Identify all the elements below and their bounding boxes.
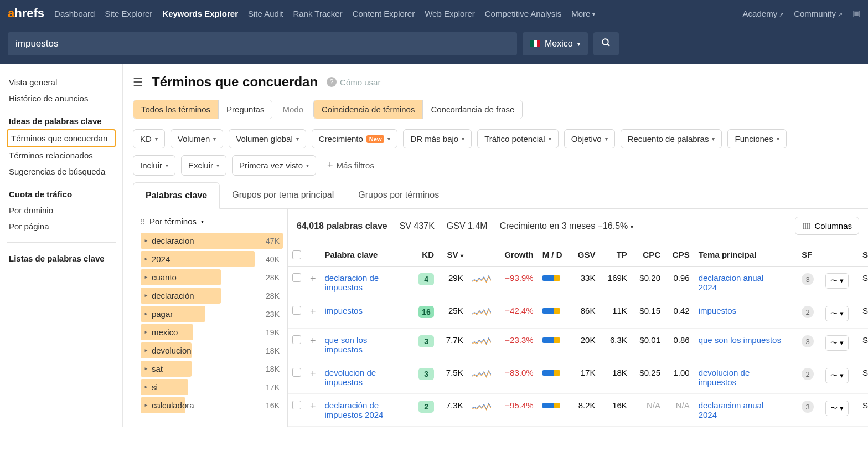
topic-link[interactable]: que son los impuestos (699, 335, 781, 345)
filter-dr[interactable]: DR más bajo (403, 129, 472, 148)
trend-button[interactable]: 〜 ▾ (825, 368, 849, 383)
filter-recuento[interactable]: Recuento de palabras (621, 129, 722, 148)
expand-icon[interactable]: + (310, 368, 316, 379)
expand-icon[interactable]: + (310, 273, 316, 284)
nav-keywords-explorer[interactable]: Keywords Explorer (162, 9, 238, 18)
col-sf[interactable]: SF (797, 243, 821, 267)
select-all-checkbox[interactable] (292, 250, 301, 259)
search-button[interactable] (593, 32, 619, 55)
trend-button[interactable]: 〜 ▾ (825, 401, 849, 416)
help-link[interactable]: ? Cómo usar (327, 77, 380, 87)
term-row[interactable]: si 17K (133, 378, 287, 396)
sidebar-terminos-concuerdan[interactable]: Términos que concuerdan (7, 129, 116, 147)
keyword-link[interactable]: declaracion de impuestos (325, 273, 397, 292)
row-checkbox[interactable] (292, 368, 301, 377)
trend-button[interactable]: 〜 ▾ (825, 306, 849, 321)
col-keyword[interactable]: Palabra clave (321, 243, 411, 267)
country-select[interactable]: Mexico ▾ (523, 32, 588, 55)
term-row[interactable]: mexico 19K (133, 323, 287, 341)
tab-keywords[interactable]: Palabras clave (133, 182, 220, 209)
term-row[interactable]: 2024 40K (133, 250, 287, 268)
term-row[interactable]: declaracion 47K (133, 232, 287, 250)
seg-phrase-match[interactable]: Concordancia de frase (423, 100, 522, 119)
terms-sort[interactable]: ⁝⁝ Por términos ▾ (133, 217, 287, 232)
trend-button[interactable]: 〜 ▾ (825, 273, 849, 289)
col-kd[interactable]: KD (411, 243, 438, 267)
sidebar-terminos-relacionados[interactable]: Términos relacionados (7, 147, 116, 163)
columns-button[interactable]: Columnas (795, 217, 859, 235)
sidebar-por-dominio[interactable]: Por dominio (7, 202, 116, 218)
term-row[interactable]: pagar 23K (133, 305, 287, 323)
term-row[interactable]: sat 18K (133, 360, 287, 378)
topic-link[interactable]: impuestos (699, 306, 736, 315)
sidebar-historico[interactable]: Histórico de anuncios (7, 90, 116, 106)
tab-grupos-terminos[interactable]: Grupos por términos (346, 182, 451, 208)
keyword-link[interactable]: impuestos (325, 306, 363, 315)
nav-site-explorer[interactable]: Site Explorer (105, 9, 152, 18)
nav-more[interactable]: More (571, 9, 595, 18)
summary-growth[interactable]: Crecimiento en 3 meses −16.5% ▾ (500, 221, 633, 231)
filter-vol-global[interactable]: Volumen global (229, 129, 306, 148)
serp-button[interactable]: S (862, 306, 868, 315)
serp-button[interactable]: S (862, 401, 868, 410)
topic-link[interactable]: devolucion de impuestos (699, 368, 782, 387)
seg-term-match[interactable]: Coincidencia de términos (314, 100, 423, 119)
nav-dashboard[interactable]: Dashboard (54, 9, 95, 18)
serp-button[interactable]: S (862, 273, 868, 283)
tab-grupos-tema[interactable]: Grupos por tema principal (220, 182, 346, 208)
nav-academy[interactable]: Academy↗ (743, 9, 784, 18)
sidebar-vista-general[interactable]: Vista general (7, 74, 116, 90)
col-sv[interactable]: SV ▾ (438, 243, 468, 267)
toggle-sidebar-icon[interactable]: ☰ (133, 75, 143, 89)
nav-site-audit[interactable]: Site Audit (248, 9, 283, 18)
col-gsv[interactable]: GSV (570, 243, 600, 267)
nav-competitive-analysis[interactable]: Competitive Analysis (485, 9, 561, 18)
term-row[interactable]: cuanto 28K (133, 268, 287, 286)
filter-kd[interactable]: KD (133, 129, 165, 148)
col-cpc[interactable]: CPC (632, 243, 665, 267)
expand-icon[interactable]: + (310, 306, 316, 317)
row-checkbox[interactable] (292, 401, 301, 409)
term-row[interactable]: devolucion 18K (133, 341, 287, 360)
nav-content-explorer[interactable]: Content Explorer (353, 9, 415, 18)
topic-link[interactable]: declaracion anual 2024 (699, 401, 782, 419)
row-checkbox[interactable] (292, 306, 301, 315)
term-row[interactable]: declaración 28K (133, 286, 287, 305)
topic-link[interactable]: declaracion anual 2024 (699, 273, 782, 292)
keyword-link[interactable]: que son los impuestos (325, 335, 397, 354)
row-checkbox[interactable] (292, 273, 301, 282)
col-growth[interactable]: Growth (495, 243, 538, 267)
expand-icon[interactable]: + (310, 335, 316, 346)
row-checkbox[interactable] (292, 335, 301, 344)
sidebar-por-pagina[interactable]: Por página (7, 218, 116, 234)
nav-web-explorer[interactable]: Web Explorer (425, 9, 475, 18)
col-md[interactable]: M / D (538, 243, 570, 267)
filter-primera-vez[interactable]: Primera vez visto (232, 155, 316, 176)
filter-excluir[interactable]: Excluir (181, 155, 226, 176)
nav-community[interactable]: Community↗ (794, 9, 843, 18)
nav-rank-tracker[interactable]: Rank Tracker (293, 9, 342, 18)
search-input[interactable] (8, 32, 517, 55)
col-cps[interactable]: CPS (665, 243, 694, 267)
nav-help-icon[interactable]: ▣ (852, 8, 860, 18)
filter-funciones[interactable]: Funciones (727, 129, 786, 148)
more-filters[interactable]: + Más filtros (322, 155, 380, 176)
col-tp[interactable]: TP (600, 243, 631, 267)
filter-objetivo[interactable]: Objetivo (564, 129, 615, 148)
sidebar-sugerencias[interactable]: Sugerencias de búsqueda (7, 163, 116, 180)
keyword-link[interactable]: declaración de impuestos 2024 (325, 401, 397, 419)
filter-trafico[interactable]: Tráfico potencial (477, 129, 559, 148)
filter-crecimiento[interactable]: Crecimiento New (312, 129, 398, 148)
trend-button[interactable]: 〜 ▾ (825, 335, 849, 351)
filter-incluir[interactable]: Incluir (133, 155, 175, 176)
serp-button[interactable]: S (862, 335, 868, 345)
filter-volumen[interactable]: Volumen (170, 129, 223, 148)
serp-button[interactable]: S (862, 368, 868, 377)
expand-icon[interactable]: + (310, 401, 316, 412)
seg-questions[interactable]: Preguntas (219, 100, 272, 119)
seg-all-terms[interactable]: Todos los términos (133, 100, 219, 119)
col-tema[interactable]: Tema principal (694, 243, 798, 267)
term-row[interactable]: calculadora 16K (133, 396, 287, 414)
term-label: pagar (141, 308, 176, 320)
keyword-link[interactable]: devolucion de impuestos (325, 368, 397, 387)
